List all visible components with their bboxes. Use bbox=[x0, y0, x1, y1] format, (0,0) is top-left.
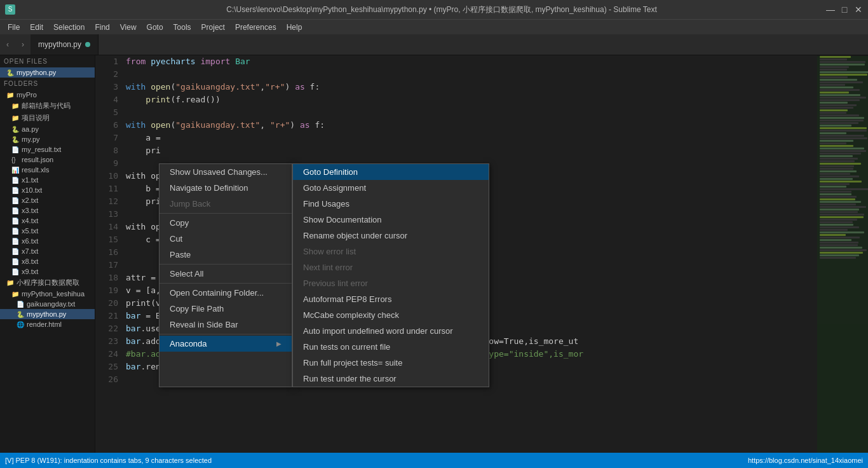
sidebar-item-x7-txt[interactable]: 📄x7.txt bbox=[0, 246, 95, 256]
sidebar-item-my-result-txt[interactable]: 📄my_result.txt bbox=[0, 144, 95, 155]
minimap-line bbox=[820, 214, 864, 216]
submenu-item-label: Rename object under cursor bbox=[303, 231, 407, 240]
maximize-button[interactable]: □ bbox=[840, 5, 849, 14]
menu-item-copy[interactable]: Copy bbox=[159, 215, 292, 231]
submenu-item-label: Auto import undefined word under cursor bbox=[303, 326, 453, 336]
line-number: 12 bbox=[98, 195, 118, 208]
menu-edit[interactable]: Edit bbox=[25, 22, 48, 33]
app-icon: S bbox=[5, 4, 15, 15]
submenu-item-run-tests-on-current-file[interactable]: Run tests on current file bbox=[293, 339, 489, 355]
sidebar-item-x3-txt[interactable]: 📄x3.txt bbox=[0, 205, 95, 216]
sidebar-item-result-xls[interactable]: 📊result.xls bbox=[0, 165, 95, 175]
minimap-line bbox=[820, 137, 867, 139]
menu-item-show-unsaved-changes---[interactable]: Show Unsaved Changes... bbox=[159, 164, 292, 180]
tab-nav-next[interactable]: › bbox=[15, 34, 31, 55]
menu-item-open-containing-folder---[interactable]: Open Containing Folder... bbox=[159, 285, 292, 301]
submenu-item-previous-lint-error: Previous lint error bbox=[293, 275, 489, 291]
menu-item-label: Select All bbox=[170, 269, 203, 279]
sidebar-item-mypython-py[interactable]: 🐍mypython.py bbox=[0, 309, 95, 319]
minimap-line bbox=[820, 122, 858, 124]
menu-preferences[interactable]: Preferences bbox=[230, 22, 281, 33]
file-icon: 📄 bbox=[11, 258, 19, 265]
submenu-item-show-documentation[interactable]: Show Documentation bbox=[293, 212, 489, 228]
submenu-item-find-usages[interactable]: Find Usages bbox=[293, 196, 489, 212]
menu-item-navigate-to-definition[interactable]: Navigate to Definition bbox=[159, 180, 292, 196]
minimap-line bbox=[820, 142, 846, 144]
menu-file[interactable]: File bbox=[3, 22, 25, 33]
minimap-line bbox=[820, 181, 862, 182]
menu-item-copy-file-path[interactable]: Copy File Path bbox=[159, 301, 292, 317]
sidebar-item-x8-txt[interactable]: 📄x8.txt bbox=[0, 256, 95, 266]
submenu-item-label: Show error list bbox=[303, 247, 356, 256]
context-menu-anaconda: Goto DefinitionGoto AssignmentFind Usage… bbox=[292, 163, 489, 387]
sidebar-item-gaikuangday-txt[interactable]: 📄gaikuangday.txt bbox=[0, 299, 95, 309]
menu-item-select-all[interactable]: Select All bbox=[159, 266, 292, 282]
minimap-line bbox=[820, 97, 866, 99]
menu-item-reveal-in-side-bar[interactable]: Reveal in Side Bar bbox=[159, 317, 292, 333]
line-number: 24 bbox=[98, 348, 118, 361]
sidebar-item----------[interactable]: 📁小程序接口数据爬取 bbox=[0, 277, 95, 289]
main-area: OPEN FILES 🐍 mypython.py FOLDERS 📁myPro📁… bbox=[0, 55, 868, 453]
tab-nav-prev[interactable]: ‹ bbox=[0, 34, 15, 55]
line-number: 25 bbox=[98, 361, 118, 373]
menu-tools[interactable]: Tools bbox=[168, 22, 196, 33]
submenu-item-next-lint-error: Next lint error bbox=[293, 259, 489, 275]
menu-selection[interactable]: Selection bbox=[48, 22, 90, 33]
sidebar-item-render-html[interactable]: 🌐render.html bbox=[0, 319, 95, 329]
file-icon: 🐍 bbox=[11, 126, 19, 133]
sidebar-item--------[interactable]: 📁邮箱结果与代码 bbox=[0, 100, 95, 112]
sidebar-item-x1-txt[interactable]: 📄x1.txt bbox=[0, 175, 95, 185]
submenu-item-auto-import-undefined-word-under-cursor[interactable]: Auto import undefined word under cursor bbox=[293, 323, 489, 339]
line-number: 4 bbox=[98, 93, 118, 106]
sidebar-item-myPro[interactable]: 📁myPro bbox=[0, 90, 95, 100]
code-line: pri bbox=[126, 144, 812, 157]
submenu-item-rename-object-under-cursor[interactable]: Rename object under cursor bbox=[293, 228, 489, 244]
sidebar-open-file[interactable]: 🐍 mypython.py bbox=[0, 67, 95, 78]
menu-help[interactable]: Help bbox=[281, 22, 308, 33]
minimap-line bbox=[820, 104, 857, 106]
submenu-item-mccabe-complexity-check[interactable]: McCabe complexity check bbox=[293, 307, 489, 323]
menu-item-cut[interactable]: Cut bbox=[159, 231, 292, 247]
menu-view[interactable]: View bbox=[115, 22, 142, 33]
sidebar-item-x10-txt[interactable]: 📄x10.txt bbox=[0, 185, 95, 195]
menu-project[interactable]: Project bbox=[196, 22, 230, 33]
minimize-button[interactable]: — bbox=[826, 5, 835, 14]
sidebar-item-----[interactable]: 📁项目说明 bbox=[0, 112, 95, 124]
menu-item-label: Copy bbox=[170, 218, 189, 228]
line-number: 2 bbox=[98, 68, 118, 81]
sidebar-item-aa-py[interactable]: 🐍aa.py bbox=[0, 124, 95, 134]
context-menu-container: Show Unsaved Changes...Navigate to Defin… bbox=[159, 163, 489, 387]
sidebar-item-myPython-keshihua[interactable]: 📁myPython_keshihua bbox=[0, 289, 95, 299]
menu-item-paste[interactable]: Paste bbox=[159, 247, 292, 263]
minimap-line bbox=[820, 61, 865, 63]
sidebar-item-x9-txt[interactable]: 📄x9.txt bbox=[0, 266, 95, 277]
minimap-content bbox=[817, 56, 868, 453]
open-files-label: OPEN FILES bbox=[0, 55, 95, 67]
line-number: 5 bbox=[98, 106, 118, 119]
submenu-item-run-test-under-the-cursor[interactable]: Run test under the cursor bbox=[293, 371, 489, 387]
submenu-item-goto-assignment[interactable]: Goto Assignment bbox=[293, 180, 489, 196]
submenu-item-autoformat-pep8-errors[interactable]: Autoformat PEP8 Errors bbox=[293, 291, 489, 307]
file-icon: 🐍 bbox=[11, 136, 19, 143]
minimap-line bbox=[820, 86, 853, 88]
close-button[interactable]: ✕ bbox=[854, 5, 863, 14]
menu-find[interactable]: Find bbox=[90, 22, 114, 33]
sidebar-item-x4-txt[interactable]: 📄x4.txt bbox=[0, 216, 95, 226]
tab-mypython[interactable]: mypython.py bbox=[31, 34, 98, 55]
submenu-item-show-error-list: Show error list bbox=[293, 244, 489, 259]
sidebar-item-my-py[interactable]: 🐍my.py bbox=[0, 134, 95, 144]
code-line: with open("gaikuangday.txt","r+") as f: bbox=[126, 81, 812, 93]
minimap-line bbox=[820, 148, 864, 149]
sidebar-item-x6-txt[interactable]: 📄x6.txt bbox=[0, 236, 95, 246]
minimap-line bbox=[820, 92, 849, 93]
submenu-item-run-full-project-tests--suite[interactable]: Run full project tests= suite bbox=[293, 355, 489, 371]
code-line bbox=[126, 106, 812, 119]
menu-item-anaconda[interactable]: Anaconda▶ bbox=[159, 336, 292, 352]
menu-goto[interactable]: Goto bbox=[142, 22, 168, 33]
sidebar-item-x2-txt[interactable]: 📄x2.txt bbox=[0, 195, 95, 205]
minimap-line bbox=[820, 231, 864, 233]
submenu-item-goto-definition[interactable]: Goto Definition bbox=[293, 164, 489, 180]
sidebar-item-x5-txt[interactable]: 📄x5.txt bbox=[0, 226, 95, 236]
sidebar-item-result-json[interactable]: {}result.json bbox=[0, 155, 95, 165]
line-number: 23 bbox=[98, 335, 118, 348]
